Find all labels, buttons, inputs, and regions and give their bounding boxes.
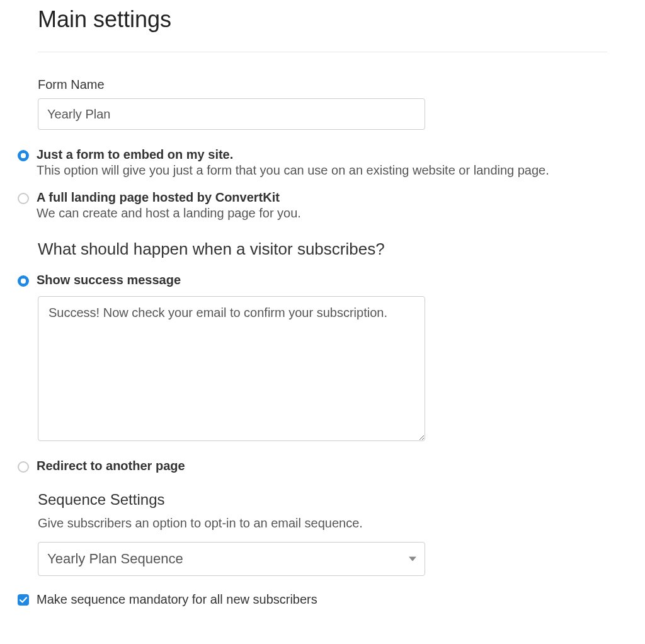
sequence-select-value: Yearly Plan Sequence — [47, 551, 183, 567]
success-message-textarea[interactable] — [38, 296, 425, 441]
sequence-heading: Sequence Settings — [38, 491, 607, 509]
divider — [38, 52, 607, 52]
form-name-label: Form Name — [38, 78, 607, 92]
radio-redirect[interactable] — [18, 461, 29, 473]
sequence-select[interactable]: Yearly Plan Sequence — [38, 542, 425, 576]
radio-label-landing-title: A full landing page hosted by ConvertKit — [37, 190, 607, 205]
radio-form-type-embed[interactable] — [18, 150, 29, 161]
sequence-desc: Give subscribers an option to opt-in to … — [38, 516, 607, 531]
radio-label-embed-desc: This option will give you just a form th… — [37, 163, 607, 178]
on-subscribe-heading: What should happen when a visitor subscr… — [38, 239, 607, 259]
radio-label-embed-title: Just a form to embed on my site. — [37, 147, 607, 162]
radio-label-redirect: Redirect to another page — [37, 459, 607, 473]
radio-label-show-success: Show success message — [37, 273, 607, 287]
radio-label-landing-desc: We can create and host a landing page fo… — [37, 206, 607, 221]
sequence-mandatory-checkbox[interactable] — [18, 594, 29, 606]
radio-form-type-landing[interactable] — [18, 193, 29, 204]
radio-show-success[interactable] — [18, 275, 29, 287]
check-icon — [19, 595, 28, 604]
form-name-input[interactable] — [38, 98, 425, 130]
sequence-mandatory-label: Make sequence mandatory for all new subs… — [37, 592, 317, 607]
page-title: Main settings — [38, 6, 607, 33]
